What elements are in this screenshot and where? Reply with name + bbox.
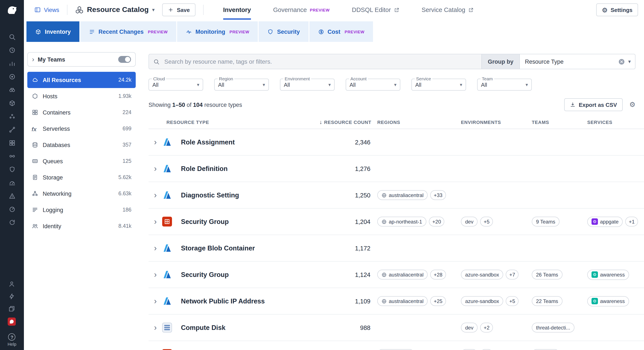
row-expand-chevron[interactable]: › (148, 271, 162, 279)
region-pill[interactable]: australiacentral (377, 296, 428, 306)
group-by-select[interactable]: Resource Type ▾ (520, 54, 636, 69)
apm-icon[interactable] (8, 126, 16, 133)
resource-type-name[interactable]: Diagnostic Setting (181, 191, 318, 199)
environment-more-pill[interactable]: +1 (480, 349, 493, 350)
help-button[interactable]: ? Help (8, 333, 16, 346)
sidebar-item-serverless[interactable]: fx Serverless 699 (27, 120, 136, 137)
service-pill[interactable]: ⚙awareness (587, 269, 629, 280)
teams-pill[interactable]: 5 Teams (532, 349, 560, 350)
search-icon[interactable] (8, 33, 16, 41)
processes-icon[interactable] (8, 113, 16, 120)
workspaces-icon[interactable] (8, 305, 16, 312)
my-teams-row[interactable]: › My Teams (27, 52, 136, 67)
resource-type-name[interactable]: Security Group (181, 218, 318, 225)
filter-account[interactable]: Account All ▾ (346, 79, 400, 91)
environment-pill[interactable]: azure-sandbox (461, 296, 504, 306)
col-environments[interactable]: ENVIRONMENTS (461, 119, 532, 125)
region-more-pill[interactable]: +28 (430, 270, 446, 279)
clear-icon[interactable] (618, 58, 625, 65)
rum-icon[interactable] (8, 206, 16, 213)
row-expand-chevron[interactable]: › (148, 218, 162, 226)
resource-type-name[interactable]: Compute Disk (181, 324, 318, 331)
teams-pill[interactable]: 22 Teams (532, 296, 562, 306)
service-pill[interactable]: ⚙appgate (587, 217, 623, 227)
region-pill[interactable]: ap-northeast-1 (377, 217, 426, 227)
service-pill[interactable]: ⚙awareness (587, 296, 629, 306)
sidebar-item-databases[interactable]: Databases 357 (27, 137, 136, 153)
search-input[interactable] (164, 58, 477, 65)
sidebar-item-containers[interactable]: Containers 224 (27, 104, 136, 120)
col-regions[interactable]: REGIONS (377, 119, 461, 125)
environment-pill[interactable]: dev (461, 217, 478, 227)
environment-pill[interactable]: dev (461, 349, 478, 350)
sidebar-item-all-resources[interactable]: All Resources 24.2k (27, 72, 136, 88)
tab-ddsql-editor[interactable]: DDSQL Editor (352, 0, 400, 20)
region-more-pill[interactable]: +33 (430, 190, 446, 200)
environment-more-pill[interactable]: +2 (480, 323, 493, 332)
metrics-icon[interactable] (8, 60, 16, 67)
environment-more-pill[interactable]: +5 (480, 217, 493, 227)
history-icon[interactable] (8, 47, 16, 54)
service-more-pill[interactable]: +1 (626, 217, 638, 227)
sidebar-item-queues[interactable]: Queues 125 (27, 153, 136, 169)
integrations-icon[interactable] (8, 219, 16, 226)
resource-type-name[interactable]: Security Group (181, 271, 318, 278)
subtab-cost[interactable]: Cost PREVIEW (309, 21, 373, 42)
teams-pill[interactable]: 9 Teams (532, 217, 560, 227)
region-pill[interactable]: australiacentral (377, 270, 428, 279)
my-teams-toggle[interactable] (118, 56, 131, 63)
row-expand-chevron[interactable]: › (148, 244, 162, 252)
security-icon[interactable] (8, 166, 16, 173)
filter-cloud[interactable]: Cloud All ▾ (148, 79, 203, 91)
filter-environment[interactable]: Environment All ▾ (280, 79, 334, 91)
tab-governance[interactable]: Governance PREVIEW (273, 0, 330, 20)
row-expand-chevron[interactable]: › (148, 297, 162, 305)
environment-pill[interactable]: dev (461, 323, 478, 332)
resource-type-name[interactable]: Role Assignment (181, 138, 318, 146)
subtab-recent-changes[interactable]: Recent Changes PREVIEW (80, 21, 176, 42)
monitors-icon[interactable] (8, 192, 16, 200)
col-teams[interactable]: TEAMS (532, 119, 587, 125)
sidebar-item-identity[interactable]: Identity 8.41k (27, 218, 136, 234)
sidebar-item-networking[interactable]: Networking 6.63k (27, 186, 136, 202)
sidebar-item-logging[interactable]: Logging 186 (27, 202, 136, 218)
region-more-pill[interactable]: +20 (429, 217, 444, 227)
datadog-logo[interactable] (0, 0, 24, 20)
table-settings-icon[interactable]: ⚙ (629, 101, 636, 108)
col-resource-type[interactable]: RESOURCE TYPE (162, 119, 318, 125)
subtab-monitoring[interactable]: Monitoring PREVIEW (177, 21, 258, 42)
save-button[interactable]: Save (162, 4, 196, 16)
sidebar-item-storage[interactable]: Storage 5.62k (27, 169, 136, 186)
resource-type-name[interactable]: Role Definition (181, 165, 318, 172)
sidebar-item-hosts[interactable]: Hosts 1.93k (27, 88, 136, 104)
search-box[interactable] (148, 54, 482, 69)
row-expand-chevron[interactable]: › (148, 138, 162, 146)
containers-icon[interactable] (8, 100, 16, 107)
filter-team[interactable]: Team All ▾ (477, 79, 532, 91)
filter-region[interactable]: Region All ▾ (214, 79, 269, 91)
col-services[interactable]: SERVICES (587, 119, 644, 125)
row-expand-chevron[interactable]: › (148, 191, 162, 199)
filter-service[interactable]: Service All ▾ (412, 79, 466, 91)
teams-pill[interactable]: 26 Teams (532, 270, 562, 279)
teams-pill[interactable]: threat-detecti... (532, 323, 574, 332)
dashboards-icon[interactable] (8, 139, 16, 146)
col-resource-count[interactable]: ↓RESOURCE COUNT (318, 119, 377, 125)
export-csv-button[interactable]: Export as CSV (564, 98, 622, 111)
synthetics-icon[interactable] (8, 152, 16, 160)
tab-service-catalog[interactable]: Service Catalog (422, 0, 474, 20)
environment-more-pill[interactable]: +5 (506, 296, 518, 306)
views-button[interactable]: Views (34, 7, 59, 13)
resource-type-name[interactable]: Storage Blob Container (181, 244, 318, 252)
account-icon[interactable] (8, 280, 16, 288)
infrastructure-icon[interactable] (8, 86, 16, 94)
resource-type-name[interactable]: Network Public IP Address (181, 297, 318, 305)
service-management-icon[interactable] (8, 179, 16, 186)
bits-ai-icon[interactable] (8, 317, 16, 326)
quick-actions-icon[interactable] (8, 293, 16, 300)
tab-inventory[interactable]: Inventory (223, 0, 251, 20)
region-more-pill[interactable]: +25 (430, 296, 446, 306)
subtab-security[interactable]: Security (259, 21, 308, 42)
environment-pill[interactable]: azure-sandbox (461, 270, 504, 279)
row-expand-chevron[interactable]: › (148, 323, 162, 332)
